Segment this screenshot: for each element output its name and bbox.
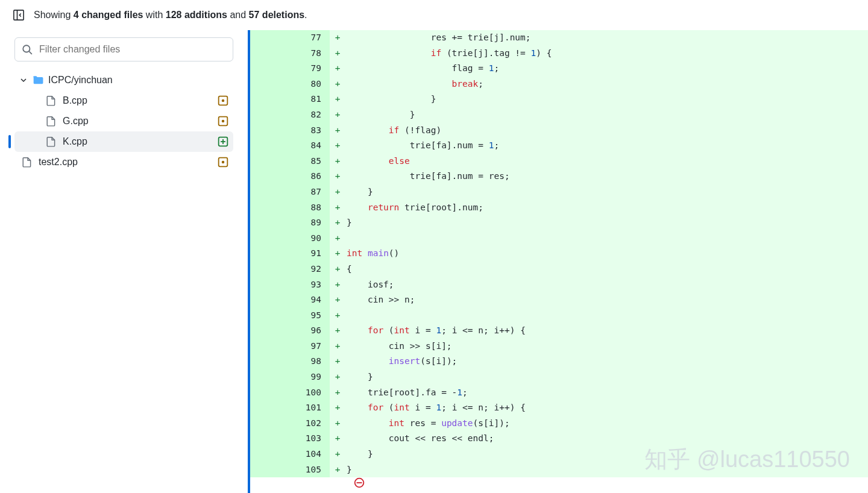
line-number: 79 [250,61,330,77]
diff-line[interactable]: 100+ trie[root].fa = -1; [250,385,868,401]
code-content: for (int i = 1; i <= n; i++) { [345,323,868,339]
collapse-sidebar-icon[interactable] [12,8,25,22]
diff-line[interactable]: 85+ else [250,154,868,169]
diff-marker: + [330,30,345,46]
code-content: if (!flag) [345,123,868,139]
hunk-footer [250,477,868,493]
diff-line[interactable]: 102+ int res = update(s[i]); [250,416,868,432]
code-content [345,231,868,246]
diff-line[interactable]: 94+ cin >> n; [250,292,868,308]
diff-marker: + [330,123,345,139]
line-number: 90 [250,231,330,246]
diff-line[interactable]: 96+ for (int i = 1; i <= n; i++) { [250,323,868,339]
diff-line[interactable]: 97+ cin >> s[i]; [250,339,868,354]
chevron-down-icon [19,77,28,84]
line-number: 78 [250,46,330,61]
diff-marker: + [330,462,345,478]
diff-line[interactable]: 88+ return trie[root].num; [250,200,868,216]
diff-line[interactable]: 104+ } [250,447,868,462]
diff-line[interactable]: 81+ } [250,92,868,107]
code-content: int res = update(s[i]); [345,416,868,432]
diff-marker: + [330,416,345,432]
line-number: 102 [250,416,330,432]
svg-point-7 [222,120,225,123]
diff-marker: + [330,107,345,123]
diff-line[interactable]: 87+ } [250,184,868,200]
diff-line[interactable]: 90+ [250,231,868,246]
code-content: trie[root].fa = -1; [345,385,868,401]
diff-line[interactable]: 83+ if (!flag) [250,123,868,139]
diff-line[interactable]: 80+ break; [250,77,868,92]
code-content: if (trie[j].tag != 1) { [345,46,868,61]
line-number: 98 [250,354,330,369]
code-content: trie[fa].num = 1; [345,138,868,154]
line-number: 97 [250,339,330,354]
diff-marker: + [330,231,345,246]
diff-marker: + [330,447,345,462]
code-content: } [345,92,868,107]
diff-marker: + [330,277,345,293]
diff-line[interactable]: 93+ iosf; [250,277,868,293]
line-number: 94 [250,292,330,308]
line-number: 86 [250,169,330,184]
code-content: for (int i = 1; i <= n; i++) { [345,400,868,416]
line-number: 93 [250,277,330,293]
tree-file[interactable]: G.cpp [14,111,233,131]
tree-file[interactable]: B.cpp [14,90,233,111]
code-content: flag = 1; [345,61,868,77]
file-icon [22,157,33,168]
diff-line[interactable]: 105+} [250,462,868,478]
tree-folder[interactable]: ICPC/yinchuan [14,70,233,90]
line-number: 84 [250,138,330,154]
line-number: 100 [250,385,330,401]
code-content: } [345,462,868,478]
line-number: 92 [250,262,330,277]
line-number: 103 [250,431,330,447]
folder-name: ICPC/yinchuan [48,75,113,86]
code-content: break; [345,77,868,92]
diff-line[interactable]: 84+ trie[fa].num = 1; [250,138,868,154]
diff-marker: + [330,92,345,107]
diff-line[interactable]: 78+ if (trie[j].tag != 1) { [250,46,868,61]
code-content: } [345,369,868,385]
line-number: 101 [250,400,330,416]
line-number: 104 [250,447,330,462]
diff-line[interactable]: 95+ [250,308,868,324]
code-content: cin >> n; [345,292,868,308]
file-tree-sidebar: ICPC/yinchuan B.cppG.cppK.cpp test2.cpp [0,30,248,493]
filter-files-input[interactable] [14,37,233,61]
diff-marker: + [330,184,345,200]
svg-line-3 [29,51,32,54]
diff-summary-bar: Showing 4 changed files with 128 additio… [0,0,868,30]
diff-line[interactable]: 99+ } [250,369,868,385]
diff-line[interactable]: 82+ } [250,107,868,123]
diff-line[interactable]: 79+ flag = 1; [250,61,868,77]
diff-line[interactable]: 89+} [250,215,868,231]
status-modified-icon [218,116,228,127]
code-content: cin >> s[i]; [345,339,868,354]
line-number: 105 [250,462,330,478]
tree-file[interactable]: K.cpp [14,131,233,152]
diff-line[interactable]: 98+ insert(s[i]); [250,354,868,369]
file-name: B.cpp [63,95,212,106]
svg-point-5 [222,99,225,102]
folder-icon [33,75,43,86]
diff-line[interactable]: 92+{ [250,262,868,277]
line-number: 99 [250,369,330,385]
code-content: int main() [345,246,868,262]
file-icon [46,116,57,127]
code-content [345,308,868,324]
code-content: insert(s[i]); [345,354,868,369]
tree-file[interactable]: test2.cpp [14,152,233,172]
code-content: } [345,447,868,462]
diff-line[interactable]: 103+ cout << res << endl; [250,431,868,447]
diff-line[interactable]: 91+int main() [250,246,868,262]
diff-marker: + [330,77,345,92]
diff-line[interactable]: 86+ trie[fa].num = res; [250,169,868,184]
diff-line[interactable]: 77+ res += trie[j].num; [250,30,868,46]
code-content: iosf; [345,277,868,293]
code-content: res += trie[j].num; [345,30,868,46]
diff-marker: + [330,339,345,354]
line-number: 81 [250,92,330,107]
diff-line[interactable]: 101+ for (int i = 1; i <= n; i++) { [250,400,868,416]
